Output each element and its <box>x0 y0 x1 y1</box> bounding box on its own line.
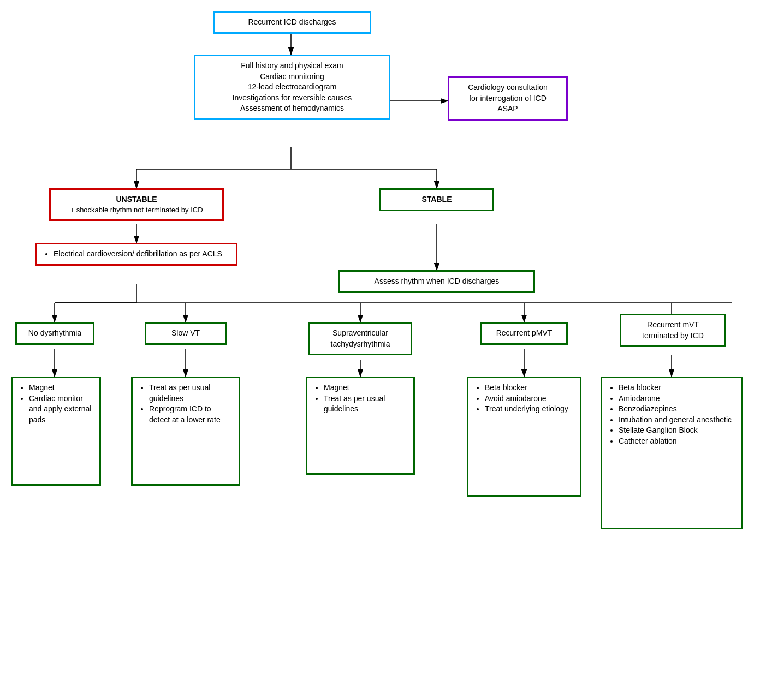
full-history-line5: Assessment of hemodynamics <box>240 104 344 112</box>
box-cardiology: Cardiology consultation for interrogatio… <box>448 76 568 121</box>
slow-vt-label: Slow VT <box>171 328 200 337</box>
box-recurrent-pmvt: Recurrent pMVT <box>480 322 568 345</box>
recurrent-pmvt-label: Recurrent pMVT <box>496 328 553 337</box>
box-magnet-pads: Magnet Cardiac monitor and apply externa… <box>11 377 101 486</box>
recurrent-icd-label: Recurrent ICD discharges <box>248 17 336 26</box>
magnet-pads-bullet2: Cardiac monitor and apply external pads <box>29 393 93 426</box>
mvt-rx-bullet3: Benzodiazepines <box>619 404 734 415</box>
cardiology-line2: for interrogation of ICD <box>469 94 547 103</box>
box-electrical-cv: Electrical cardioversion/ defibrillation… <box>35 243 237 266</box>
magnet-treat-bullet1: Magnet <box>324 383 407 393</box>
box-magnet-treat: Magnet Treat as per usual guidelines <box>306 377 415 475</box>
box-full-history: Full history and physical exam Cardiac m… <box>194 55 390 120</box>
mvt-rx-bullet6: Catheter ablation <box>619 436 734 447</box>
box-treat-usual: Treat as per usual guidelines Reprogram … <box>131 377 240 486</box>
stable-label: STABLE <box>422 195 452 204</box>
electrical-cv-bullet: Electrical cardioversion/ defibrillation… <box>54 249 229 260</box>
box-recurrent-icd: Recurrent ICD discharges <box>213 11 371 34</box>
beta-pmvt-bullet1: Beta blocker <box>485 383 573 393</box>
cardiology-line3: ASAP <box>497 104 518 113</box>
full-history-line2: Cardiac monitoring <box>260 72 324 81</box>
box-slow-vt: Slow VT <box>145 322 227 345</box>
recurrent-mvt-line1: Recurrent mVT <box>647 320 699 329</box>
assess-rhythm-label: Assess rhythm when ICD discharges <box>375 277 500 285</box>
box-recurrent-mvt: Recurrent mVT terminated by ICD <box>620 314 726 347</box>
box-no-dysrhythmia: No dysrhythmia <box>15 322 94 345</box>
recurrent-mvt-line2: terminated by ICD <box>642 331 704 340</box>
unstable-line2: + shockable rhythm not terminated by ICD <box>57 205 216 215</box>
unstable-line1: UNSTABLE <box>57 194 216 205</box>
full-history-line3: 12-lead electrocardiogram <box>248 82 337 91</box>
mvt-rx-bullet2: Amiodarone <box>619 393 734 404</box>
box-beta-pmvt: Beta blocker Avoid amiodarone Treat unde… <box>467 377 581 497</box>
full-history-line4: Investigations for reversible causes <box>233 93 352 102</box>
box-assess-rhythm: Assess rhythm when ICD discharges <box>338 270 535 293</box>
treat-usual-bullet1: Treat as per usual guidelines <box>149 383 232 404</box>
beta-pmvt-bullet3: Treat underlying etiology <box>485 404 573 415</box>
box-recurrent-mvt-rx: Beta blocker Amiodarone Benzodiazepines … <box>601 377 743 529</box>
box-supraventricular: Supraventricular tachydysrhythmia <box>308 322 412 355</box>
full-history-line1: Full history and physical exam <box>241 61 343 70</box>
mvt-rx-bullet1: Beta blocker <box>619 383 734 393</box>
cardiology-line1: Cardiology consultation <box>468 83 548 92</box>
mvt-rx-bullet4: Intubation and general anesthetic <box>619 415 734 426</box>
supra-label: Supraventricular tachydysrhythmia <box>331 328 390 348</box>
box-stable: STABLE <box>379 188 494 211</box>
treat-usual-bullet2: Reprogram ICD to detect at a lower rate <box>149 404 232 425</box>
magnet-treat-bullet2: Treat as per usual guidelines <box>324 393 407 415</box>
mvt-rx-bullet5: Stellate Ganglion Block <box>619 425 734 436</box>
no-dysrhythmia-label: No dysrhythmia <box>28 328 81 337</box>
flowchart: Recurrent ICD discharges Full history an… <box>0 0 784 675</box>
beta-pmvt-bullet2: Avoid amiodarone <box>485 393 573 404</box>
box-unstable: UNSTABLE + shockable rhythm not terminat… <box>49 188 224 221</box>
magnet-pads-bullet1: Magnet <box>29 383 93 393</box>
